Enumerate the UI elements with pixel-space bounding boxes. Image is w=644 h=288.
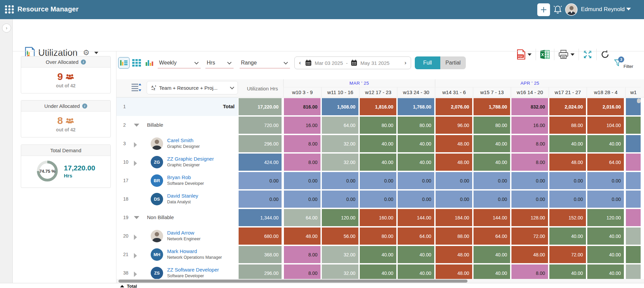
- hours-cell[interactable]: 160.00: [360, 209, 396, 226]
- hours-cell[interactable]: 1,816.00: [360, 98, 396, 115]
- vertical-scrollbar-thumb[interactable]: [637, 98, 641, 103]
- hours-cell[interactable]: 0.00: [322, 172, 358, 189]
- grouping-select[interactable]: A Z Team + Resource + Proj...: [147, 81, 238, 94]
- user-avatar[interactable]: [565, 3, 578, 16]
- hours-cell[interactable]: 184.00: [436, 209, 472, 226]
- utilization-total-cell[interactable]: 424.00: [239, 154, 282, 171]
- hours-cell[interactable]: 40.00: [360, 135, 396, 152]
- hours-cell[interactable]: 0.00: [436, 172, 472, 189]
- utilization-total-cell[interactable]: 720.00: [239, 117, 282, 134]
- hours-cell[interactable]: 48.00: [436, 246, 472, 263]
- utilization-total-cell[interactable]: 1,344.00: [239, 209, 282, 226]
- hours-cell[interactable]: 0.00: [511, 172, 548, 189]
- view-mode-grid-button[interactable]: [131, 57, 142, 69]
- hours-cell[interactable]: 96.00: [436, 117, 472, 134]
- hours-cell[interactable]: 48.00: [549, 154, 586, 171]
- week-column-header[interactable]: w14 31 - 6: [435, 87, 473, 97]
- hours-cell[interactable]: 32.00: [322, 154, 358, 171]
- expand-arrow-icon[interactable]: [134, 142, 137, 148]
- prev-period-button[interactable]: ‹: [298, 59, 302, 66]
- user-menu-caret-icon[interactable]: [626, 8, 631, 10]
- hours-cell[interactable]: 32.00: [322, 246, 358, 263]
- hours-cell[interactable]: 0.00: [360, 191, 396, 208]
- hours-cell[interactable]: 152.00: [549, 209, 586, 226]
- hours-cell[interactable]: 144.00: [398, 209, 434, 226]
- utilization-total-cell[interactable]: 680.00: [239, 228, 282, 245]
- hours-cell[interactable]: 16.00: [284, 117, 320, 134]
- interval-select[interactable]: Weekly: [158, 58, 201, 69]
- export-pdf-button[interactable]: PDF: [517, 49, 532, 60]
- pdf-options-caret-icon[interactable]: [528, 53, 532, 56]
- app-launcher-icon[interactable]: [5, 5, 14, 14]
- horizontal-scrollbar-thumb[interactable]: [118, 280, 467, 283]
- hours-cell[interactable]: 16.00: [511, 117, 548, 134]
- hours-cell[interactable]: 40.00: [587, 264, 624, 279]
- add-button[interactable]: [537, 3, 550, 16]
- hours-cell[interactable]: 40.00: [587, 246, 624, 263]
- hours-cell[interactable]: 0.00: [398, 172, 434, 189]
- print-options-caret-icon[interactable]: [571, 53, 575, 56]
- hours-cell[interactable]: 8.00: [511, 135, 548, 152]
- hours-cell[interactable]: 40.00: [474, 154, 510, 171]
- week-column-header[interactable]: w15 7 - 13: [473, 87, 511, 97]
- partial-toggle-button[interactable]: Partial: [440, 56, 466, 69]
- week-column-header[interactable]: w17 21 - 27: [549, 87, 587, 97]
- hours-cell[interactable]: 0.00: [587, 172, 624, 189]
- utilization-total-cell[interactable]: 17,220.00: [239, 98, 282, 115]
- hours-cell[interactable]: 128.00: [511, 209, 548, 226]
- expand-arrow-icon[interactable]: [134, 253, 137, 258]
- resource-name-link[interactable]: ZZ Software Developer: [167, 267, 219, 273]
- hours-cell[interactable]: 32.00: [322, 135, 358, 152]
- utilization-total-cell[interactable]: 0.00: [239, 172, 282, 189]
- hours-cell[interactable]: 40.00: [587, 135, 624, 152]
- hours-cell[interactable]: 72.00: [549, 246, 586, 263]
- hours-cell[interactable]: 40.00: [360, 264, 396, 279]
- hours-cell[interactable]: 48.00: [436, 264, 472, 279]
- hours-cell[interactable]: 64.00: [587, 154, 624, 171]
- resource-name-link[interactable]: David Stanley: [167, 193, 198, 199]
- hours-cell[interactable]: 0.00: [284, 172, 320, 189]
- hours-cell[interactable]: 1,768.00: [398, 98, 434, 115]
- hours-cell[interactable]: 72.00: [511, 228, 548, 245]
- expand-arrow-icon[interactable]: [134, 216, 139, 219]
- hours-cell[interactable]: 40.00: [398, 135, 434, 152]
- hours-cell[interactable]: 48.00: [511, 246, 548, 263]
- expand-arrow-icon[interactable]: [134, 161, 137, 166]
- expand-arrow-icon[interactable]: [134, 235, 137, 240]
- hours-cell[interactable]: 0.00: [322, 191, 358, 208]
- view-mode-chart-list-button[interactable]: [118, 57, 130, 69]
- hours-cell[interactable]: 0.00: [511, 191, 548, 208]
- week-column-header[interactable]: w13 24 - 30: [397, 87, 435, 97]
- hours-cell-partial[interactable]: [626, 154, 641, 171]
- utilization-total-cell[interactable]: 0.00: [239, 191, 282, 208]
- unit-select[interactable]: Hrs: [205, 58, 234, 69]
- hours-cell-partial[interactable]: [626, 264, 641, 279]
- hours-cell[interactable]: 40.00: [360, 154, 396, 171]
- hours-cell[interactable]: 40.00: [587, 228, 624, 245]
- hours-cell[interactable]: 832.00: [511, 98, 548, 115]
- hours-cell[interactable]: 120.00: [322, 209, 358, 226]
- hours-cell-partial[interactable]: [626, 246, 641, 263]
- hours-cell[interactable]: 48.00: [436, 154, 472, 171]
- resource-name-link[interactable]: David Arrow: [167, 230, 200, 236]
- hours-cell[interactable]: 8.00: [511, 154, 548, 171]
- hours-cell[interactable]: 80.00: [398, 117, 434, 134]
- week-column-header[interactable]: w10 3 - 9: [283, 87, 321, 97]
- hours-cell[interactable]: 80.00: [360, 117, 396, 134]
- hours-cell[interactable]: 816.00: [284, 98, 320, 115]
- hours-cell-partial[interactable]: [626, 172, 641, 189]
- hours-cell[interactable]: 0.00: [474, 172, 510, 189]
- hours-cell[interactable]: 64.00: [284, 209, 320, 226]
- hours-cell[interactable]: 48.00: [284, 228, 320, 245]
- hours-cell-partial[interactable]: [626, 117, 641, 134]
- notifications-bell-icon[interactable]: [553, 5, 562, 15]
- hours-cell[interactable]: 0.00: [474, 191, 510, 208]
- week-column-header[interactable]: w16 14 - 20: [511, 87, 549, 97]
- hours-cell[interactable]: 2,076.00: [436, 98, 472, 115]
- hours-cell[interactable]: 0.00: [284, 191, 320, 208]
- hours-cell[interactable]: 2,024.00: [549, 98, 586, 115]
- rail-expand-button[interactable]: ›: [2, 24, 11, 33]
- expand-arrow-icon[interactable]: [134, 124, 139, 127]
- hours-cell[interactable]: 0.00: [436, 191, 472, 208]
- hours-cell[interactable]: 64.00: [474, 228, 510, 245]
